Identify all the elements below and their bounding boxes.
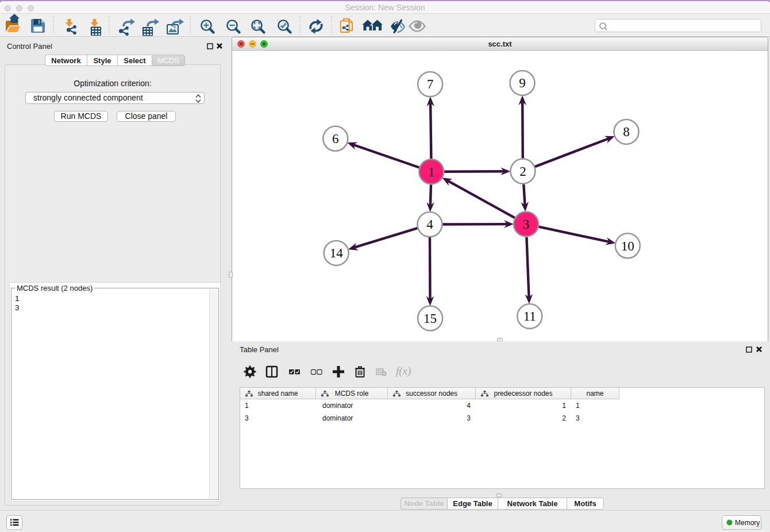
svg-text:4: 4 bbox=[426, 217, 433, 232]
svg-text:1: 1 bbox=[428, 165, 435, 179]
svg-text:11: 11 bbox=[523, 309, 536, 323]
svg-text:14: 14 bbox=[330, 246, 344, 260]
svg-text:9: 9 bbox=[519, 76, 526, 90]
svg-text:7: 7 bbox=[427, 77, 434, 91]
svg-text:8: 8 bbox=[623, 125, 630, 139]
svg-text:3: 3 bbox=[523, 217, 530, 232]
svg-text:15: 15 bbox=[424, 311, 437, 326]
svg-text:6: 6 bbox=[332, 132, 339, 146]
svg-text:2: 2 bbox=[519, 164, 526, 179]
svg-text:10: 10 bbox=[621, 239, 634, 253]
